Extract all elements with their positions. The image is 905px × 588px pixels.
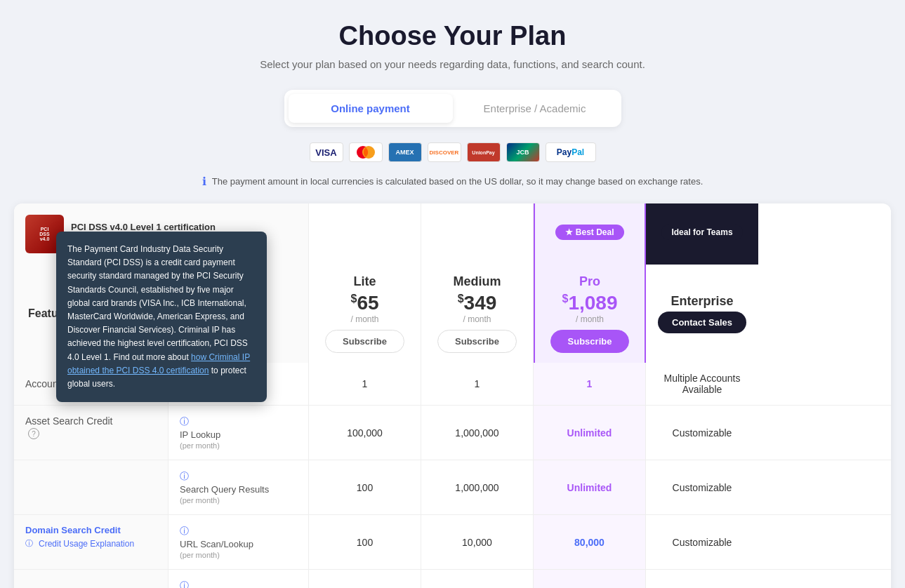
- plan-medium-top: [421, 203, 534, 265]
- notice-bar: ℹ The payment amount in local currencies…: [14, 175, 891, 188]
- ideal-badge: Ideal for Teams: [661, 225, 742, 240]
- tab-container: Online payment Enterprise / Academic: [284, 90, 621, 127]
- medium-per: / month: [463, 314, 491, 324]
- url-scan-enterprise: Customizable: [646, 515, 758, 569]
- search-query-sub: ⓘ Search Query Results (per month): [169, 460, 309, 514]
- ip-lookup-row: Asset Search Credit ? ⓘ IP Lookup (per m…: [14, 406, 891, 460]
- domain-query-lite: 100: [309, 570, 421, 588]
- pci-label: PCI DSS v4.0 Level 1 certification: [71, 222, 216, 232]
- url-scan-lite: 100: [309, 515, 421, 569]
- medium-price: $349: [458, 292, 497, 314]
- search-query-enterprise: Customizable: [646, 460, 758, 514]
- medium-name: Medium: [453, 274, 501, 289]
- notice-text: The payment amount in local currencies i…: [212, 176, 703, 187]
- lite-subscribe-button[interactable]: Subscribe: [325, 330, 404, 353]
- domain-search-empty: [14, 570, 169, 588]
- url-scan-pro: 80,000: [534, 515, 646, 569]
- accounts-pro: 1: [534, 363, 646, 405]
- credit-usage-info-icon: ⓘ: [25, 538, 33, 549]
- domain-search-label: Domain Search Credit: [25, 525, 121, 535]
- paypal-icon: PayPal: [546, 142, 596, 162]
- payment-icons: VISA AMEX DISCOVER UnionPay JCB PayPal: [14, 142, 891, 162]
- pro-per: / month: [576, 314, 604, 324]
- pro-subscribe-button[interactable]: Subscribe: [550, 330, 630, 353]
- domain-query-medium: 100,000: [421, 570, 534, 588]
- page-header: Choose Your Plan Select your plan based …: [14, 21, 891, 70]
- ip-lookup-lite: 100,000: [309, 406, 421, 460]
- medium-subscribe-button[interactable]: Subscribe: [437, 330, 517, 353]
- domain-query-pro: 2,000,000: [534, 570, 646, 588]
- discover-icon: DISCOVER: [428, 142, 461, 162]
- page-subtitle: Select your plan based on your needs reg…: [14, 58, 891, 70]
- domain-query-enterprise: Customizable: [646, 570, 758, 588]
- domain-search-label-cell: Domain Search Credit ⓘ Credit Usage Expl…: [14, 515, 169, 569]
- plan-pro-header: Pro $1,089 / month Subscribe: [534, 265, 646, 363]
- plan-pro-badge: ★ Best Deal: [534, 203, 646, 265]
- lite-name: Lite: [353, 274, 376, 289]
- asset-search-label: Asset Search Credit ?: [14, 406, 169, 460]
- plan-medium-header: Medium $349 / month Subscribe: [421, 265, 534, 363]
- pro-name: Pro: [579, 274, 600, 289]
- plan-lite-header: Lite $65 / month Subscribe: [309, 265, 421, 363]
- tooltip-text: The Payment Card Industry Data Security …: [67, 244, 248, 362]
- domain-query-info-icon: ⓘ: [180, 580, 189, 588]
- search-query-pro: Unlimited: [534, 460, 646, 514]
- pci-tooltip: The Payment Card Industry Data Security …: [56, 232, 267, 402]
- search-query-lite: 100: [309, 460, 421, 514]
- ip-lookup-pro: Unlimited: [534, 406, 646, 460]
- tab-online-payment[interactable]: Online payment: [289, 94, 453, 123]
- info-circle-icon: ℹ: [202, 175, 206, 188]
- jcb-icon: JCB: [506, 142, 540, 162]
- ip-lookup-info-icon: ⓘ: [180, 415, 189, 428]
- url-scan-medium: 10,000: [421, 515, 534, 569]
- plan-enterprise-badge: Ideal for Teams: [646, 203, 758, 265]
- asset-search-help-icon[interactable]: ?: [28, 428, 39, 439]
- contact-sales-button[interactable]: Contact Sales: [658, 312, 746, 333]
- accounts-enterprise: Multiple Accounts Available: [646, 363, 758, 405]
- domain-query-row: ⓘ Search Query Results (per month) 100 1…: [14, 570, 891, 588]
- asset-search-empty: [14, 460, 169, 514]
- pro-price: $1,089: [562, 292, 618, 314]
- plan-lite-top: [309, 203, 421, 265]
- url-scan-sub: ⓘ URL Scan/Lookup (per month): [169, 515, 309, 569]
- mastercard-icon: [349, 142, 383, 162]
- amex-icon: AMEX: [388, 142, 422, 162]
- search-query-info-icon: ⓘ: [180, 470, 189, 483]
- enterprise-name: Enterprise: [671, 294, 733, 309]
- accounts-lite: 1: [309, 363, 421, 405]
- accounts-medium: 1: [421, 363, 534, 405]
- unionpay-icon: UnionPay: [467, 142, 501, 162]
- ip-lookup-medium: 1,000,000: [421, 406, 534, 460]
- page-title: Choose Your Plan: [14, 21, 891, 51]
- tab-enterprise[interactable]: Enterprise / Academic: [453, 94, 617, 123]
- ip-lookup-enterprise: Customizable: [646, 406, 758, 460]
- domain-search-query-sub: ⓘ Search Query Results (per month): [169, 570, 309, 588]
- search-query-medium: 1,000,000: [421, 460, 534, 514]
- url-scan-row: Domain Search Credit ⓘ Credit Usage Expl…: [14, 515, 891, 570]
- ip-lookup-sub: ⓘ IP Lookup (per month): [169, 406, 309, 460]
- url-scan-info-icon: ⓘ: [180, 525, 189, 537]
- lite-price: $65: [350, 292, 378, 314]
- pricing-table: PCIDSSv4.0 PCI DSS v4.0 Level 1 certific…: [14, 203, 891, 588]
- plan-badges-row: PCIDSSv4.0 PCI DSS v4.0 Level 1 certific…: [14, 203, 891, 265]
- pci-section: PCIDSSv4.0 PCI DSS v4.0 Level 1 certific…: [14, 203, 309, 265]
- search-query-row: ⓘ Search Query Results (per month) 100 1…: [14, 460, 891, 515]
- best-deal-badge: ★ Best Deal: [555, 225, 623, 240]
- plan-enterprise-header: Enterprise Contact Sales: [646, 265, 758, 363]
- lite-per: / month: [350, 314, 378, 324]
- visa-icon: VISA: [310, 142, 343, 162]
- credit-usage-label: Credit Usage Explanation: [39, 539, 134, 549]
- tab-switcher: Online payment Enterprise / Academic: [14, 90, 891, 127]
